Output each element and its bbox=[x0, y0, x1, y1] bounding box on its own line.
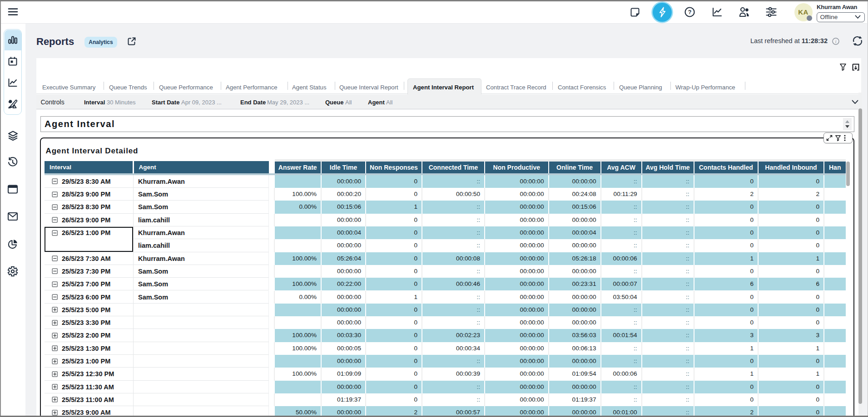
svg-text:i: i bbox=[835, 39, 837, 44]
svg-text:?: ? bbox=[688, 9, 692, 15]
